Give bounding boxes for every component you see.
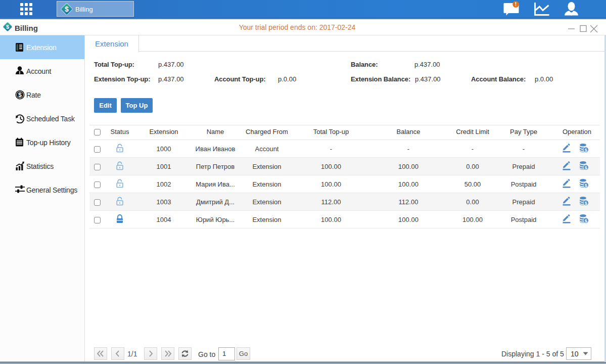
svg-text:$: $	[585, 201, 587, 206]
svg-text:!: !	[515, 2, 517, 7]
svg-text:$: $	[585, 148, 587, 153]
svg-text:$: $	[585, 165, 587, 170]
svg-text:$: $	[585, 183, 587, 188]
svg-text:$: $	[585, 218, 587, 223]
svg-text:$: $	[65, 5, 69, 13]
svg-text:$: $	[18, 92, 22, 99]
